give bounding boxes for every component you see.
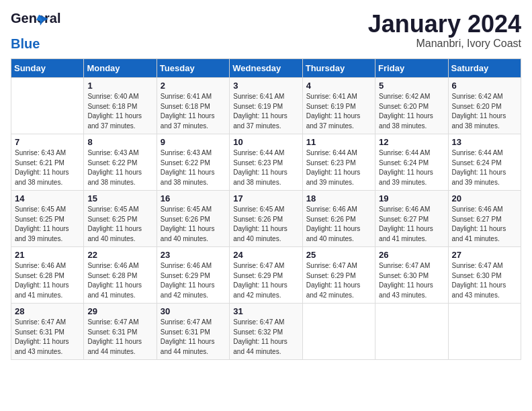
day-number: 9 — [161, 137, 226, 147]
header-row: SundayMondayTuesdayWednesdayThursdayFrid… — [11, 59, 521, 78]
day-number: 20 — [452, 193, 517, 203]
day-info: Sunrise: 6:47 AMSunset: 6:30 PMDaylight:… — [452, 261, 517, 300]
calendar-cell: 16Sunrise: 6:45 AMSunset: 6:26 PMDayligh… — [157, 191, 229, 247]
day-info: Sunrise: 6:44 AMSunset: 6:23 PMDaylight:… — [233, 148, 298, 187]
day-info: Sunrise: 6:44 AMSunset: 6:24 PMDaylight:… — [379, 148, 444, 187]
calendar-cell: 15Sunrise: 6:45 AMSunset: 6:25 PMDayligh… — [84, 191, 157, 247]
day-info: Sunrise: 6:46 AMSunset: 6:26 PMDaylight:… — [306, 205, 371, 244]
day-info: Sunrise: 6:47 AMSunset: 6:30 PMDaylight:… — [379, 261, 444, 300]
week-row-0: 1Sunrise: 6:40 AMSunset: 6:18 PMDaylight… — [11, 78, 521, 134]
calendar-cell: 22Sunrise: 6:46 AMSunset: 6:28 PMDayligh… — [84, 247, 157, 304]
location-subtitle: Mananbri, Ivory Coast — [368, 38, 521, 50]
header: General Blue January 2024 Mananbri, Ivor… — [11, 11, 521, 52]
day-number: 7 — [15, 137, 80, 147]
day-number: 28 — [15, 306, 80, 316]
logo-blue: Blue — [11, 36, 40, 52]
day-info: Sunrise: 6:46 AMSunset: 6:28 PMDaylight:… — [15, 261, 80, 300]
day-number: 14 — [15, 193, 80, 203]
calendar-cell: 27Sunrise: 6:47 AMSunset: 6:30 PMDayligh… — [448, 247, 521, 304]
day-info: Sunrise: 6:46 AMSunset: 6:27 PMDaylight:… — [452, 205, 517, 244]
day-info: Sunrise: 6:47 AMSunset: 6:31 PMDaylight:… — [161, 318, 226, 357]
week-row-2: 14Sunrise: 6:45 AMSunset: 6:25 PMDayligh… — [11, 191, 521, 247]
calendar-cell: 21Sunrise: 6:46 AMSunset: 6:28 PMDayligh… — [11, 247, 84, 304]
calendar-cell: 23Sunrise: 6:46 AMSunset: 6:29 PMDayligh… — [157, 247, 229, 304]
day-number: 23 — [161, 250, 226, 260]
calendar-cell: 2Sunrise: 6:41 AMSunset: 6:18 PMDaylight… — [157, 78, 229, 134]
day-number: 22 — [87, 250, 152, 260]
day-info: Sunrise: 6:47 AMSunset: 6:31 PMDaylight:… — [87, 318, 152, 357]
day-info: Sunrise: 6:47 AMSunset: 6:31 PMDaylight:… — [15, 318, 80, 357]
header-day-thursday: Thursday — [302, 59, 375, 78]
header-day-wednesday: Wednesday — [230, 59, 302, 78]
day-number: 30 — [161, 306, 226, 316]
day-info: Sunrise: 6:43 AMSunset: 6:21 PMDaylight:… — [15, 148, 80, 187]
day-info: Sunrise: 6:47 AMSunset: 6:29 PMDaylight:… — [233, 261, 298, 300]
day-number: 4 — [306, 81, 371, 91]
logo: General Blue — [11, 11, 43, 52]
day-number: 18 — [306, 193, 371, 203]
day-number: 15 — [87, 193, 152, 203]
day-number: 12 — [379, 137, 444, 147]
calendar-cell: 14Sunrise: 6:45 AMSunset: 6:25 PMDayligh… — [11, 191, 84, 247]
day-number: 10 — [233, 137, 298, 147]
month-title: January 2024 — [368, 11, 521, 38]
day-info: Sunrise: 6:45 AMSunset: 6:25 PMDaylight:… — [87, 205, 152, 244]
day-info: Sunrise: 6:45 AMSunset: 6:26 PMDaylight:… — [161, 205, 226, 244]
day-info: Sunrise: 6:45 AMSunset: 6:26 PMDaylight:… — [233, 205, 298, 244]
calendar-cell: 1Sunrise: 6:40 AMSunset: 6:18 PMDaylight… — [84, 78, 157, 134]
calendar-cell: 12Sunrise: 6:44 AMSunset: 6:24 PMDayligh… — [375, 134, 448, 191]
day-number: 16 — [161, 193, 226, 203]
calendar-cell: 20Sunrise: 6:46 AMSunset: 6:27 PMDayligh… — [448, 191, 521, 247]
calendar-cell — [302, 304, 375, 360]
calendar-cell: 13Sunrise: 6:44 AMSunset: 6:24 PMDayligh… — [448, 134, 521, 191]
calendar-cell: 5Sunrise: 6:42 AMSunset: 6:20 PMDaylight… — [375, 78, 448, 134]
week-row-1: 7Sunrise: 6:43 AMSunset: 6:21 PMDaylight… — [11, 134, 521, 191]
day-number: 17 — [233, 193, 298, 203]
day-number: 31 — [233, 306, 298, 316]
calendar-cell — [11, 78, 84, 134]
day-number: 2 — [161, 81, 226, 91]
day-info: Sunrise: 6:44 AMSunset: 6:23 PMDaylight:… — [306, 148, 371, 187]
calendar-cell: 28Sunrise: 6:47 AMSunset: 6:31 PMDayligh… — [11, 304, 84, 360]
calendar-cell: 18Sunrise: 6:46 AMSunset: 6:26 PMDayligh… — [302, 191, 375, 247]
calendar-cell: 25Sunrise: 6:47 AMSunset: 6:29 PMDayligh… — [302, 247, 375, 304]
calendar-cell: 24Sunrise: 6:47 AMSunset: 6:29 PMDayligh… — [230, 247, 302, 304]
day-number: 8 — [87, 137, 152, 147]
day-number: 19 — [379, 193, 444, 203]
week-row-3: 21Sunrise: 6:46 AMSunset: 6:28 PMDayligh… — [11, 247, 521, 304]
day-info: Sunrise: 6:42 AMSunset: 6:20 PMDaylight:… — [452, 92, 517, 131]
day-info: Sunrise: 6:46 AMSunset: 6:28 PMDaylight:… — [87, 261, 152, 300]
day-number: 3 — [233, 81, 298, 91]
calendar-cell: 30Sunrise: 6:47 AMSunset: 6:31 PMDayligh… — [157, 304, 229, 360]
title-area: January 2024 Mananbri, Ivory Coast — [368, 11, 521, 50]
logo-bird-icon — [34, 12, 48, 27]
day-info: Sunrise: 6:43 AMSunset: 6:22 PMDaylight:… — [161, 148, 226, 187]
calendar-cell: 26Sunrise: 6:47 AMSunset: 6:30 PMDayligh… — [375, 247, 448, 304]
day-info: Sunrise: 6:47 AMSunset: 6:29 PMDaylight:… — [306, 261, 371, 300]
calendar-cell: 31Sunrise: 6:47 AMSunset: 6:32 PMDayligh… — [230, 304, 302, 360]
calendar-cell: 4Sunrise: 6:41 AMSunset: 6:19 PMDaylight… — [302, 78, 375, 134]
calendar-cell: 29Sunrise: 6:47 AMSunset: 6:31 PMDayligh… — [84, 304, 157, 360]
calendar-cell: 19Sunrise: 6:46 AMSunset: 6:27 PMDayligh… — [375, 191, 448, 247]
calendar-cell: 6Sunrise: 6:42 AMSunset: 6:20 PMDaylight… — [448, 78, 521, 134]
day-number: 29 — [87, 306, 152, 316]
day-info: Sunrise: 6:46 AMSunset: 6:29 PMDaylight:… — [161, 261, 226, 300]
day-number: 6 — [452, 81, 517, 91]
header-day-saturday: Saturday — [448, 59, 521, 78]
day-number: 27 — [452, 250, 517, 260]
day-info: Sunrise: 6:47 AMSunset: 6:32 PMDaylight:… — [233, 318, 298, 357]
header-day-monday: Monday — [84, 59, 157, 78]
day-info: Sunrise: 6:44 AMSunset: 6:24 PMDaylight:… — [452, 148, 517, 187]
calendar-cell: 7Sunrise: 6:43 AMSunset: 6:21 PMDaylight… — [11, 134, 84, 191]
day-number: 1 — [87, 81, 152, 91]
day-number: 11 — [306, 137, 371, 147]
week-row-4: 28Sunrise: 6:47 AMSunset: 6:31 PMDayligh… — [11, 304, 521, 360]
header-day-tuesday: Tuesday — [157, 59, 229, 78]
calendar-cell: 3Sunrise: 6:41 AMSunset: 6:19 PMDaylight… — [230, 78, 302, 134]
day-info: Sunrise: 6:42 AMSunset: 6:20 PMDaylight:… — [379, 92, 444, 131]
day-info: Sunrise: 6:45 AMSunset: 6:25 PMDaylight:… — [15, 205, 80, 244]
day-number: 5 — [379, 81, 444, 91]
day-info: Sunrise: 6:41 AMSunset: 6:19 PMDaylight:… — [233, 92, 298, 131]
header-day-friday: Friday — [375, 59, 448, 78]
calendar-cell — [448, 304, 521, 360]
